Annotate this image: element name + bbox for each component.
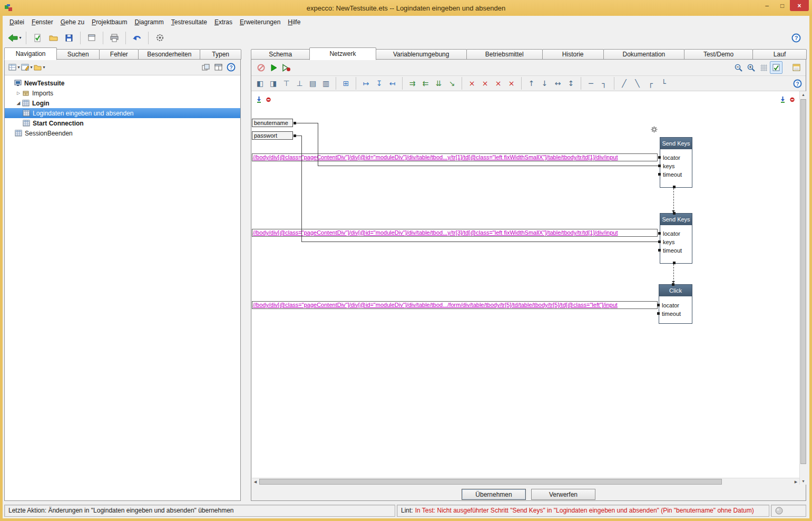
route-spline-icon[interactable]: ╲ [631,78,644,90]
palette-button[interactable] [790,61,803,74]
reset-button[interactable] [255,61,267,74]
history-settings-button[interactable] [152,30,168,46]
add-input-pin-icon[interactable]: ↦ [359,78,373,90]
control-flow-wire[interactable] [673,188,674,211]
collapsed-expander-icon[interactable]: ▷ [15,91,22,95]
connection-wire[interactable] [301,242,660,242]
pin-keys[interactable]: keys [663,162,692,170]
pin-connector-timeout[interactable] [658,249,661,252]
input-pin-benutername[interactable]: benutername [252,119,293,127]
zoom-in-button[interactable] [745,61,757,74]
menu-projektbaum[interactable]: Projektbaum [88,17,131,27]
pin-locator[interactable]: locator [663,229,692,238]
vertical-scrollbar-thumb[interactable] [800,99,806,464]
minimize-button[interactable]: – [759,0,775,11]
pin-connector-timeout[interactable] [657,312,660,315]
auto-layout-icon[interactable]: ↘ [445,78,458,90]
scroll-down-icon[interactable]: ▼ [800,478,807,485]
pin-timeout[interactable]: timeout [663,246,692,255]
xpath-literal-1[interactable]: //body/div[@class="pageContentDiv"]/div[… [252,153,658,161]
nav-back-button[interactable]: ▾ [7,30,23,46]
control-out-pin[interactable] [673,262,676,264]
input-pin-passwort[interactable]: passwort [252,131,293,140]
add-graph-output-button[interactable] [779,96,786,103]
tree-item-start-connection[interactable]: Start Connection [5,118,240,128]
align-pin-top-icon[interactable]: ⊤ [280,78,293,90]
connection-wire[interactable] [318,123,318,166]
pin-keys[interactable]: keys [663,238,692,246]
close-button[interactable]: × [790,0,809,11]
connection-wire[interactable] [301,136,302,242]
connect-input-pins-icon[interactable]: ⇉ [406,78,419,90]
xpath-literal-2[interactable]: //body/div[@class="pageContentDiv"]/div[… [252,229,658,237]
remove-graph-input-button[interactable] [265,96,272,103]
pin-locator[interactable]: locator [663,153,692,162]
delete-connections-icon[interactable]: × [505,78,518,90]
step-block-send-keys-2[interactable]: Send Keys locatorkeystimeout [660,213,692,264]
connection-straight-icon[interactable]: ─ [584,78,598,90]
pin-connector-timeout[interactable] [658,173,661,176]
debug-run-button[interactable] [280,61,292,74]
xpath-literal-3[interactable]: //body/div[@class="pageContentDiv"]/div[… [252,301,658,309]
new-folder-menu-button[interactable]: ▾ [33,61,46,74]
delete-input-pin-icon[interactable]: × [465,78,478,90]
pin-locator[interactable]: locator [662,301,692,310]
align-pin-right-icon[interactable]: ◨ [267,78,280,90]
tab-navigation[interactable]: Navigation [4,47,57,60]
discard-button[interactable]: Verwerfen [531,489,595,500]
tree-item-logindaten-eingeben-und-absenden[interactable]: Logindaten eingeben und absenden [5,108,240,118]
menu-datei[interactable]: Datei [6,17,28,27]
auto-connect-icon[interactable]: ⇊ [432,78,445,90]
connection-wire[interactable] [296,136,301,136]
pin-connector-locator[interactable] [658,232,661,235]
help-button[interactable]: ? [791,77,804,90]
tab-lauf[interactable]: Lauf [752,49,807,60]
pin-connector-keys[interactable] [658,240,661,243]
nav-back-menu-icon[interactable]: ▾ [19,35,21,40]
control-in-pin[interactable] [672,283,674,286]
horizontal-scrollbar[interactable]: ◀ ▶ [252,478,799,485]
zoom-out-button[interactable] [732,61,745,74]
tree-item-newtestsuite[interactable]: NewTestsuite [5,78,240,88]
stretch-vertical-icon[interactable]: ↕ [564,78,578,90]
pin-connector-keys[interactable] [658,165,661,167]
add-graph-input-button[interactable] [255,96,262,103]
tree-item-imports[interactable]: ▷Imports [5,88,240,98]
float-view-button[interactable] [199,61,212,74]
stretch-horizontal-icon[interactable]: ↔ [551,78,564,90]
step-settings-button[interactable] [651,126,658,134]
tab-suchen[interactable]: Suchen [56,49,100,60]
scroll-right-icon[interactable]: ▶ [793,478,799,485]
accept-button[interactable] [30,30,45,46]
detach-view-button[interactable] [212,61,224,74]
remove-graph-output-button[interactable] [788,96,796,103]
step-block-click[interactable]: Click locatortimeout [659,284,692,324]
tab-schema[interactable]: Schema [251,49,310,60]
scroll-up-icon[interactable]: ▲ [800,91,807,98]
distribute-pins-vertical-icon[interactable]: ▥ [319,78,332,90]
add-output-pin-icon[interactable]: ↤ [386,78,399,90]
tree-item-login[interactable]: ◢Login [5,98,240,108]
apply-button[interactable]: Übernehmen [462,489,526,500]
tab-betriebsmittel[interactable]: Betriebsmittel [466,49,543,60]
new-step-icon[interactable]: ⊞ [339,78,353,90]
vertical-scrollbar[interactable]: ▲ ▼ [799,91,806,485]
tab-netzwerk[interactable]: Netzwerk [309,47,376,60]
run-button[interactable] [267,61,280,74]
delete-pin-icon[interactable]: × [492,78,505,90]
expanded-expander-icon[interactable]: ◢ [15,101,22,105]
diagram-canvas[interactable]: benutername passwort //body/div[@class="… [252,91,799,478]
select-mode-button[interactable] [770,61,782,74]
menu-hilfe[interactable]: Hilfe [284,17,304,27]
open-file-button[interactable] [45,30,61,46]
tab-dokumentation[interactable]: Dokumentation [603,49,684,60]
control-in-pin[interactable] [673,212,676,215]
control-flow-wire[interactable] [673,264,674,282]
save-button[interactable] [61,30,77,46]
menu-fenster[interactable]: Fenster [28,17,57,27]
view-mode-menu-button[interactable]: ▾ [8,61,21,74]
tab-historie[interactable]: Historie [542,49,604,60]
menu-extras[interactable]: Extras [211,17,236,27]
grid-snap-button[interactable] [757,61,770,74]
pin-connector-locator[interactable] [658,156,661,159]
